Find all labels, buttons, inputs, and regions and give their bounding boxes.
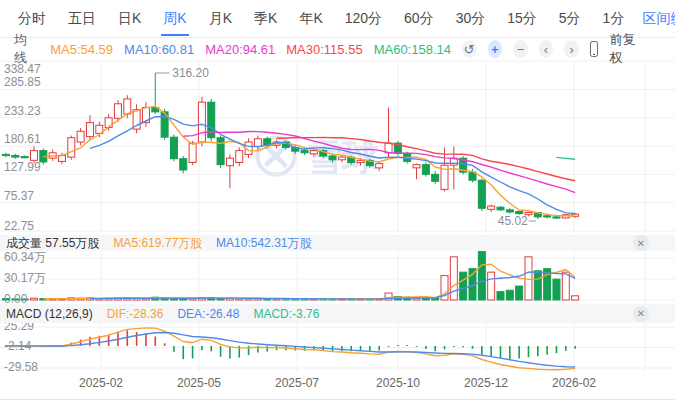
macd-group — [6, 328, 575, 370]
ma-legend-10: MA10:60.81 — [124, 42, 194, 57]
candle — [180, 159, 187, 170]
candle — [422, 165, 429, 175]
candle — [68, 138, 75, 157]
main-axis-label: 127.99 — [4, 161, 41, 174]
ma-legend-items: MA5:54.59MA10:60.81MA20:94.61MA30:115.55… — [50, 42, 462, 57]
main-axis-label: 75.37 — [4, 190, 34, 203]
volume-bar — [572, 296, 579, 300]
low-annotation: 45.02 — [498, 214, 528, 228]
volume-close-icon[interactable]: ✕ — [633, 235, 649, 251]
candle — [217, 138, 224, 165]
candle — [301, 151, 308, 153]
main-axis-label: 233.23 — [4, 105, 41, 118]
volume-axis-label: 30.17万 — [4, 272, 46, 285]
volume-bar — [478, 251, 485, 300]
candle — [544, 216, 551, 217]
x-axis-label: 2025-02 — [69, 376, 133, 390]
ma-group-label: 均线 — [14, 31, 30, 67]
volume-bar — [534, 271, 541, 300]
ma-legend-20: MA20:94.61 — [205, 42, 275, 57]
candle — [124, 99, 131, 114]
volume-bars-group — [3, 251, 579, 300]
candle — [226, 158, 233, 166]
chart-controls: ↺+−‹›前复权 — [462, 31, 675, 67]
macd-pane-header: MACD (12,26,9) DIF:-28.36 DEA:-26.48 MAC… — [0, 304, 675, 323]
candle — [170, 137, 177, 159]
candle — [338, 157, 345, 160]
macd-title: MACD (12,26,9) — [6, 307, 93, 321]
dif-line — [6, 328, 575, 370]
macd-dif-label: DIF:-28.36 — [107, 307, 164, 321]
macd-macd-label: MACD:-3.76 — [253, 307, 319, 321]
stock-chart-panel: 分时五日日K周K月K季K年K120分60分30分15分5分1分 区间统计 全屏显… — [0, 0, 675, 404]
candle — [21, 157, 28, 158]
volume-bar — [488, 272, 495, 300]
candle — [3, 154, 10, 155]
volume-bar — [460, 272, 467, 300]
main-axis-label: 285.85 — [4, 76, 41, 89]
candle — [198, 102, 205, 142]
candle — [12, 155, 19, 157]
candle — [30, 151, 37, 161]
candle — [329, 156, 336, 160]
candle — [86, 123, 93, 137]
candle — [376, 164, 383, 168]
candle — [114, 104, 121, 119]
price-ma60-line — [557, 157, 576, 159]
adjust-mode-button[interactable]: 前复权 — [609, 31, 641, 67]
high-annotation: 316.20 — [172, 66, 209, 80]
volume-bar — [516, 286, 523, 300]
x-axis-label: 2025-07 — [265, 376, 329, 390]
zoom-in-button[interactable]: + — [488, 40, 503, 58]
pan-left-button[interactable]: ‹ — [539, 40, 554, 58]
ma-legend-5: MA5:54.59 — [50, 42, 113, 57]
candle — [310, 151, 317, 154]
candle — [497, 207, 504, 210]
volume-bar — [506, 290, 513, 300]
ma-legend-30: MA30:115.55 — [286, 42, 362, 57]
macd-close-icon[interactable]: ✕ — [633, 306, 649, 322]
volume-bar — [450, 257, 457, 300]
zoom-out-button[interactable]: − — [513, 40, 528, 58]
candle — [413, 165, 420, 168]
macd-dea-label: DEA:-26.48 — [177, 307, 239, 321]
volume-bar — [30, 298, 37, 300]
volume-ma5-label: MA5:619.77万股 — [113, 235, 202, 252]
screenshot-button[interactable] — [590, 41, 598, 57]
candle — [432, 174, 439, 181]
reset-button[interactable]: ↺ — [462, 40, 477, 58]
candle — [488, 206, 495, 209]
main-axis-label: 22.75 — [4, 220, 34, 233]
x-axis-label: 2025-12 — [454, 376, 518, 390]
x-axis-label: 2026-02 — [542, 376, 606, 390]
volume-bar — [562, 272, 569, 300]
volume-pane-header: 成交量 57.55万股 MA5:619.77万股 MA10:542.31万股 ✕ — [0, 235, 675, 251]
main-axis-label: 180.61 — [4, 133, 41, 146]
volume-bar — [553, 279, 560, 300]
candle — [77, 131, 84, 142]
pan-right-button[interactable]: › — [564, 40, 579, 58]
vol_ma5-line — [43, 264, 575, 299]
candle — [357, 160, 364, 162]
candle — [478, 180, 485, 208]
candle — [236, 151, 243, 163]
macd-axis-label: -2.14 — [4, 340, 31, 353]
ma-legend-toolbar: 均线 MA5:54.59MA10:60.81MA20:94.61MA30:115… — [0, 38, 675, 60]
candle — [189, 143, 196, 162]
x-axis-label: 2025-05 — [167, 376, 231, 390]
volume-title: 成交量 57.55万股 — [6, 235, 99, 252]
volume-axis-label: 60.34万 — [4, 251, 46, 264]
candle — [506, 210, 513, 212]
volume-ma10-label: MA10:542.31万股 — [216, 235, 311, 252]
candle — [553, 217, 560, 218]
x-axis-label: 2025-10 — [366, 376, 430, 390]
ma-legend-60: MA60:158.14 — [374, 42, 451, 57]
volume-bar — [497, 292, 504, 300]
candle — [254, 139, 261, 147]
macd-axis-label: -29.58 — [4, 361, 38, 374]
